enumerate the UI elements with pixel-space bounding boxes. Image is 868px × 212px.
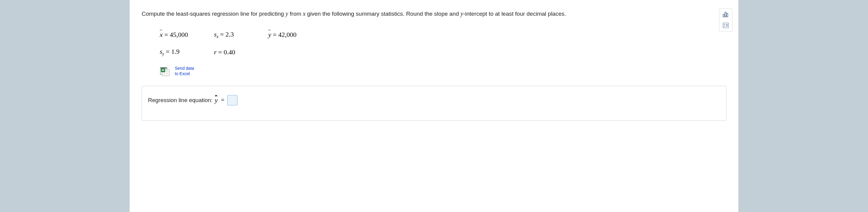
- variable-y: y: [285, 10, 288, 17]
- page-wrap: Compute the least-squares regression lin…: [0, 0, 868, 212]
- xbar-symbol: x: [160, 31, 163, 39]
- svg-point-5: [724, 26, 725, 27]
- r-value: = 0.40: [218, 48, 235, 56]
- stat-r: r = 0.40: [214, 48, 250, 56]
- stat-row-2: sy = 1.9 r = 0.40: [160, 48, 726, 56]
- send-to-excel-link[interactable]: Send data to Excel: [160, 65, 726, 76]
- y-hat-symbol: y: [214, 96, 218, 104]
- bar-chart-icon: [723, 12, 729, 17]
- stat-row-1: x = 45,000 sx = 2.3 y = 42,000: [160, 30, 726, 39]
- send-excel-line2: to Excel: [175, 71, 194, 76]
- svg-rect-2: [727, 13, 728, 17]
- question-mid2: given the following summary statistics. …: [306, 10, 461, 17]
- svg-rect-0: [723, 14, 724, 17]
- question-suffix: -intercept to at least four decimal plac…: [463, 10, 566, 17]
- answer-box: Regression line equation: y =: [142, 86, 726, 121]
- bar-chart-tool-button[interactable]: [721, 10, 731, 19]
- equals-sign: =: [221, 97, 224, 104]
- stat-xbar: x = 45,000: [160, 31, 196, 39]
- ybar-symbol: y: [268, 31, 271, 39]
- scatter-icon: [723, 23, 729, 28]
- sx-s: s: [214, 30, 217, 38]
- excel-icon: [160, 65, 170, 76]
- sy-sub: y: [162, 52, 164, 56]
- sy-value: = 1.9: [166, 48, 179, 55]
- xbar-value: = 45,000: [164, 31, 188, 38]
- ybar-value: = 42,000: [273, 31, 296, 38]
- sx-value: = 2.3: [220, 30, 234, 38]
- main-content: Compute the least-squares regression lin…: [130, 0, 738, 212]
- question-mid1: from: [288, 10, 303, 17]
- stat-sx: sx = 2.3: [214, 30, 250, 39]
- sx-sub: x: [217, 34, 218, 39]
- stat-sy: sy = 1.9: [160, 48, 196, 56]
- right-gutter: [738, 0, 868, 212]
- statistics-block: x = 45,000 sx = 2.3 y = 42,000 sy = 1.9: [160, 30, 726, 57]
- sy-s: s: [160, 48, 162, 55]
- stat-ybar: y = 42,000: [268, 31, 304, 39]
- scatter-tool-button[interactable]: [721, 21, 731, 30]
- send-excel-text: Send data to Excel: [175, 65, 194, 76]
- variable-x: x: [303, 10, 306, 17]
- r-symbol: r: [214, 48, 217, 56]
- question-prefix: Compute the least-squares regression lin…: [142, 10, 285, 17]
- svg-rect-1: [725, 12, 726, 17]
- variable-y-2: y: [461, 10, 463, 17]
- svg-rect-8: [726, 26, 728, 26]
- answer-label: Regression line equation:: [148, 97, 213, 104]
- svg-rect-7: [726, 25, 728, 25]
- question-text: Compute the least-squares regression lin…: [142, 9, 726, 19]
- tool-panel: [719, 8, 733, 31]
- regression-answer-input[interactable]: [227, 95, 238, 105]
- left-gutter: [0, 0, 130, 212]
- send-excel-line1: Send data: [175, 65, 194, 71]
- svg-point-4: [724, 24, 725, 25]
